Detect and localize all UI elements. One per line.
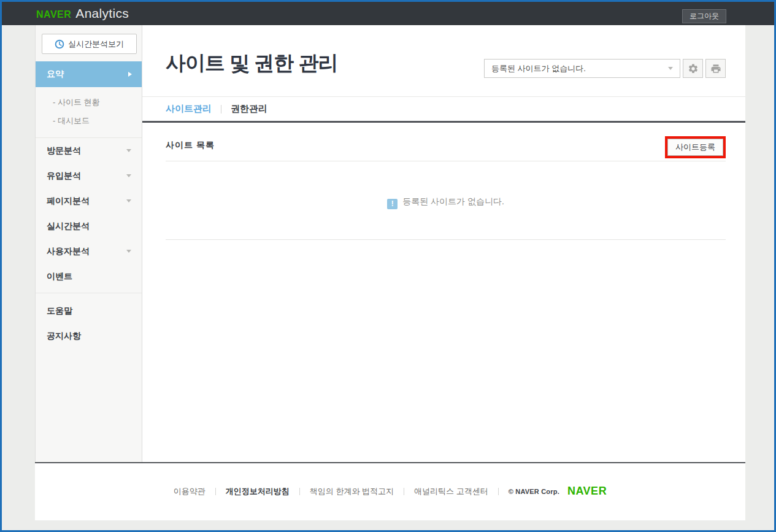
body-row: 실시간분석보기 요약 - 사이트 현황 - 대시보드 방문분석 유입분석 [35,25,745,462]
caret-down-icon [126,149,131,152]
sidebar-item-label: 요약 [47,69,64,80]
arrow-right-icon [128,72,132,77]
sidebar-item-event[interactable]: 이벤트 [36,264,142,289]
sidebar-subitem-dashboard[interactable]: - 대시보드 [36,112,142,130]
footer-separator [404,488,404,495]
analytics-logo-text: Analytics [75,6,129,21]
sidebar-item-label: 실시간분석 [47,221,90,232]
sidebar-item-help[interactable]: 도움말 [36,298,142,323]
naver-logo-text: NAVER [36,9,71,20]
footer-separator [498,488,499,495]
sidebar-item-label: 공지사항 [47,331,81,342]
empty-state-message: 등록된 사이트가 없습니다. [402,196,504,206]
gear-icon [688,63,699,74]
red-highlight-annotation: 사이트등록 [665,136,726,158]
settings-button[interactable] [683,59,703,78]
page-title: 사이트 및 권한 관리 [166,51,338,75]
sidebar-item-user-analysis[interactable]: 사용자분석 [36,239,142,264]
app-window: NAVER Analytics 로그아웃 실시간분석보기 [0,0,776,532]
tab-bar: 사이트관리 권한관리 [142,96,745,123]
page-footer: 이용약관 개인정보처리방침 책임의 한계와 법적고지 애널리틱스 고객센터 © … [35,462,745,519]
sidebar-item-visit-analysis[interactable]: 방문분석 [36,138,142,163]
site-select-value: 등록된 사이트가 없습니다. [491,63,586,74]
main-content: 사이트 및 권한 관리 등록된 사이트가 없습니다. [142,25,745,462]
realtime-analysis-label: 실시간분석보기 [68,39,124,50]
exclamation-icon: ! [387,199,398,209]
sidebar-item-label: 사용자분석 [47,246,90,257]
site-list-title: 사이트 목록 [166,140,215,151]
sidebar-divider [36,293,142,293]
page-container: 실시간분석보기 요약 - 사이트 현황 - 대시보드 방문분석 유입분석 [35,25,745,520]
sidebar-item-summary[interactable]: 요약 [36,61,142,87]
caret-down-icon [126,174,131,177]
realtime-analysis-button[interactable]: 실시간분석보기 [42,34,137,54]
empty-state: !등록된 사이트가 없습니다. [166,161,726,240]
sidebar-item-page-analysis[interactable]: 페이지분석 [36,188,142,214]
caret-down-icon [126,199,131,202]
header-controls: 등록된 사이트가 없습니다. [484,59,726,78]
sidebar-item-label: 도움말 [47,306,72,317]
site-select-dropdown[interactable]: 등록된 사이트가 없습니다. [484,59,680,78]
main-header: 사이트 및 권한 관리 등록된 사이트가 없습니다. [142,25,745,78]
naver-footer-logo: NAVER [567,485,607,498]
sidebar-item-label: 이벤트 [47,271,72,282]
sidebar-item-label: 방문분석 [47,145,81,156]
site-register-button[interactable]: 사이트등록 [667,139,723,156]
footer-link-support[interactable]: 애널리틱스 고객센터 [414,486,488,497]
footer-link-legal[interactable]: 책임의 한계와 법적고지 [310,486,394,497]
footer-link-privacy[interactable]: 개인정보처리방침 [226,486,290,497]
caret-down-icon [668,67,673,70]
tab-site-management[interactable]: 사이트관리 [166,103,212,115]
copyright-text: © NAVER Corp. [509,488,559,495]
sidebar-item-realtime-analysis[interactable]: 실시간분석 [36,214,142,239]
print-button[interactable] [705,59,726,78]
footer-link-terms[interactable]: 이용약관 [174,486,206,497]
clock-icon [55,39,64,49]
sidebar-subitem-site-status[interactable]: - 사이트 현황 [36,93,142,112]
site-list-section-header: 사이트 목록 사이트등록 [166,136,726,161]
sidebar-item-notice[interactable]: 공지사항 [36,323,142,349]
summary-sub-list: - 사이트 현황 - 대시보드 [36,87,142,137]
footer-separator [299,488,300,495]
sidebar: 실시간분석보기 요약 - 사이트 현황 - 대시보드 방문분석 유입분석 [35,25,142,462]
footer-separator [215,488,216,495]
caret-down-icon [126,250,131,253]
tab-permission-management[interactable]: 권한관리 [231,103,267,115]
tab-separator [221,105,221,114]
top-header-bar: NAVER Analytics 로그아웃 [2,2,774,25]
printer-icon [710,63,721,74]
naver-analytics-logo[interactable]: NAVER Analytics [36,6,129,21]
sidebar-item-label: 유입분석 [47,171,81,182]
logout-button[interactable]: 로그아웃 [682,9,726,23]
sidebar-item-label: 페이지분석 [47,196,90,207]
sidebar-item-inflow-analysis[interactable]: 유입분석 [36,163,142,188]
footer-links: 이용약관 개인정보처리방침 책임의 한계와 법적고지 애널리틱스 고객센터 © … [174,485,607,498]
